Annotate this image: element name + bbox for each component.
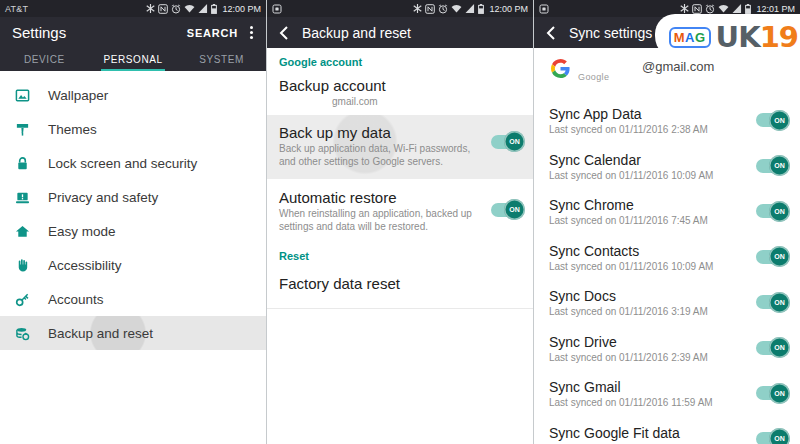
sync-list: Sync App Data Last synced on 01/11/2016 … [534,100,800,444]
battery-icon [211,4,217,14]
panel-backup-reset: 12:00 PM Backup and reset Google account… [266,0,533,444]
sync-toggle[interactable]: ON [756,113,786,127]
page-title: Sync settings [569,25,652,41]
backup-account-item[interactable]: Backup account gmail.com [267,71,533,115]
panel-sync-settings: 12:01 PM Sync settings MAG UK19 Google @… [533,0,800,444]
mag-watermark-logo: MAG UK19 [655,14,800,60]
sidebar-item-wallpaper[interactable]: Wallpaper [0,78,266,112]
signal-icon [198,4,208,13]
tab-system[interactable]: SYSTEM [177,48,266,71]
sync-toggle[interactable]: ON [756,295,786,309]
sync-toggle[interactable]: ON [756,250,786,264]
nfc-icon [158,4,168,14]
factory-data-reset-item[interactable]: Factory data reset [267,265,533,304]
google-provider-label: Google [578,72,609,82]
sidebar-item-lock-security[interactable]: Lock screen and security [0,146,266,180]
signal-icon [465,4,475,13]
clock-label: 12:01 PM [756,4,795,14]
tab-device[interactable]: DEVICE [0,48,89,71]
sync-toggle[interactable]: ON [756,341,786,355]
wallpaper-icon [14,87,30,103]
backup-reset-app-bar: Backup and reset [267,17,533,48]
wifi-icon [718,4,729,13]
screenshot-root: AT&T 12:00 PM Settings SEARCH DEVICE PER… [0,0,800,444]
status-bar: 12:00 PM [267,0,533,17]
themes-icon [14,121,30,137]
sync-toggle[interactable]: ON [756,432,786,444]
panel-settings: AT&T 12:00 PM Settings SEARCH DEVICE PER… [0,0,266,444]
clock-label: 12:00 PM [222,4,261,14]
back-icon[interactable] [279,26,288,40]
status-icons: 12:00 PM [146,4,261,14]
bluetooth-icon [680,4,689,13]
section-google-account: Google account [267,48,533,71]
status-icons: 12:01 PM [680,4,795,14]
sync-item-drive[interactable]: Sync Drive Last synced on 01/11/2016 2:3… [534,328,800,374]
sync-toggle[interactable]: ON [756,159,786,173]
status-icons: 12:00 PM [413,4,528,14]
sidebar-item-backup-reset[interactable]: Backup and reset [0,316,266,350]
screenshot-icon [272,0,282,18]
accounts-icon [14,291,30,307]
watermark-logotype: UK19 [716,20,798,54]
back-icon[interactable] [546,26,555,40]
lock-icon [14,155,30,171]
easy-mode-icon [14,223,30,239]
sync-toggle[interactable]: ON [756,204,786,218]
sidebar-item-privacy-safety[interactable]: Privacy and safety [0,180,266,214]
wifi-icon [451,4,462,13]
alarm-icon [171,4,181,14]
back-up-my-data-item[interactable]: Back up my data Back up application data… [267,115,533,179]
alarm-icon [438,4,448,14]
settings-tabs: DEVICE PERSONAL SYSTEM [0,48,266,71]
privacy-icon [14,189,30,205]
section-reset: Reset [267,240,533,265]
battery-icon [478,4,484,14]
clock-label: 12:00 PM [489,4,528,14]
sync-toggle[interactable]: ON [756,386,786,400]
automatic-restore-toggle[interactable]: ON [491,203,521,217]
sidebar-item-accounts[interactable]: Accounts [0,282,266,316]
sidebar-item-easy-mode[interactable]: Easy mode [0,214,266,248]
sync-item-docs[interactable]: Sync Docs Last synced on 01/11/2016 3:19… [534,282,800,328]
status-bar: AT&T 12:00 PM [0,0,266,17]
sync-item-contacts[interactable]: Sync Contacts Last synced on 01/11/2016 … [534,237,800,283]
settings-app-bar: Settings SEARCH [0,17,266,48]
sync-item-app-data[interactable]: Sync App Data Last synced on 01/11/2016 … [534,100,800,146]
sidebar-item-accessibility[interactable]: Accessibility [0,248,266,282]
nfc-icon [692,4,702,14]
backup-icon [14,325,30,341]
automatic-restore-item[interactable]: Automatic restore When reinstalling an a… [267,179,533,240]
bluetooth-icon [413,4,422,13]
mag-badge: MAG [669,27,711,48]
sync-item-gmail[interactable]: Sync Gmail Last synced on 01/11/2016 11:… [534,373,800,419]
back-up-my-data-toggle[interactable]: ON [491,135,521,149]
sync-item-google-fit[interactable]: Sync Google Fit data Last synced on 01/1… [534,419,800,444]
page-title: Backup and reset [302,25,411,41]
signal-icon [732,4,742,13]
sync-item-calendar[interactable]: Sync Calendar Last synced on 01/11/2016 … [534,146,800,192]
accessibility-icon [14,257,30,273]
carrier-label: AT&T [5,4,28,14]
screenshot-icon [539,0,549,18]
page-title: Settings [12,24,66,41]
bluetooth-icon [146,4,155,13]
wifi-icon [184,4,195,13]
alarm-icon [705,4,715,14]
sync-item-chrome[interactable]: Sync Chrome Last synced on 01/11/2016 7:… [534,191,800,237]
tab-personal[interactable]: PERSONAL [89,48,178,71]
settings-list: Wallpaper Themes Lock screen and securit… [0,71,266,350]
divider [267,308,533,309]
battery-icon [745,4,751,14]
nfc-icon [425,4,435,14]
sidebar-item-themes[interactable]: Themes [0,112,266,146]
search-button[interactable]: SEARCH [187,27,238,39]
account-email: @gmail.com [642,59,714,74]
google-logo-icon [551,59,570,78]
backup-account-email: gmail.com [332,95,521,109]
overflow-menu-icon[interactable] [250,25,254,41]
